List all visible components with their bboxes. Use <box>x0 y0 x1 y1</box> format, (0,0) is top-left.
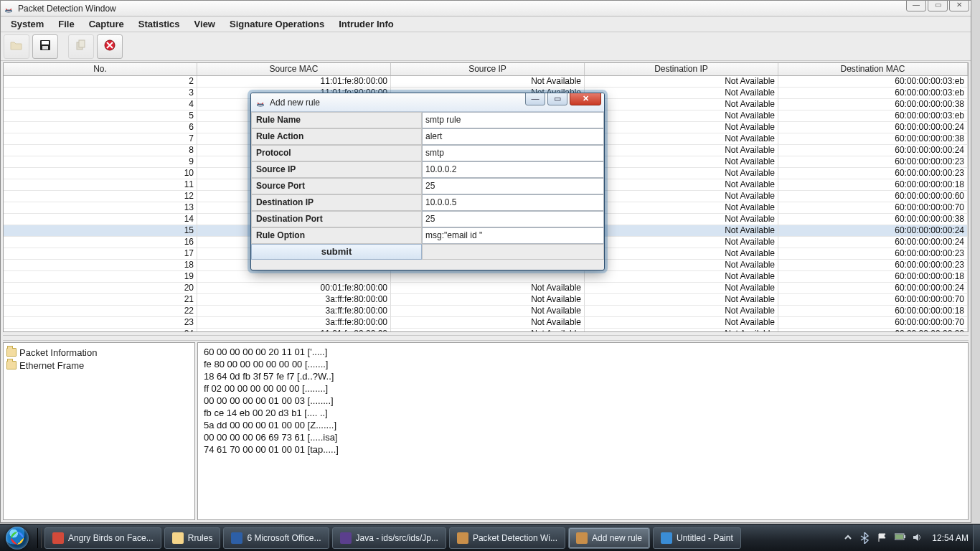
taskbar-item[interactable]: Packet Detection Wi... <box>449 527 565 549</box>
field-input[interactable]: 10.0.0.2 <box>422 161 604 178</box>
svg-rect-3 <box>42 46 48 50</box>
save-button[interactable] <box>32 34 58 59</box>
cell-no: 22 <box>4 306 197 317</box>
cell-dmac: 60:00:00:00:00:38 <box>778 99 968 110</box>
cell-dip: Not Available <box>585 88 778 99</box>
minimize-button[interactable]: — <box>906 0 926 11</box>
tray-show-hidden-icon[interactable] <box>843 532 854 544</box>
tree-label: Packet Information <box>19 347 97 358</box>
start-button[interactable] <box>0 524 34 552</box>
dialog-close-button[interactable]: ✕ <box>570 93 601 105</box>
table-row[interactable]: 213a:ff:fe:80:00:00Not AvailableNot Avai… <box>4 294 968 306</box>
svg-rect-5 <box>79 40 85 47</box>
tray-battery-icon[interactable] <box>895 532 906 544</box>
taskbar-item[interactable]: Java - ids/src/ids/Jp... <box>332 527 446 549</box>
table-header: No. Source MAC Source IP Destination IP … <box>4 63 968 76</box>
col-header-smac[interactable]: Source MAC <box>197 63 391 75</box>
taskbar-divider <box>37 528 42 548</box>
window-title: Packet Detection Window <box>18 4 116 14</box>
tree-pane: Packet Information Ethernet Frame <box>3 342 195 520</box>
cell-no: 14 <box>4 214 197 225</box>
cell-no: 5 <box>4 110 197 122</box>
table-row[interactable]: 223a:ff:fe:80:00:00Not AvailableNot Avai… <box>4 306 968 317</box>
tray-clock[interactable]: 12:54 AM <box>929 533 969 543</box>
dialog-minimize-button[interactable]: — <box>525 93 545 105</box>
intruder-alert-button[interactable] <box>97 34 123 59</box>
cell-dip: Not Available <box>585 122 778 133</box>
menu-capture[interactable]: Capture <box>83 17 130 31</box>
cell-sip: Not Available <box>391 283 585 294</box>
taskbar-app-icon <box>576 532 588 544</box>
menu-intruder-info[interactable]: Intruder Info <box>333 17 400 31</box>
open-button[interactable] <box>4 34 29 59</box>
horizontal-splitter[interactable] <box>3 335 969 341</box>
taskbar-item[interactable]: Rrules <box>164 527 221 549</box>
table-row[interactable]: 2000:01:fe:80:00:00Not AvailableNot Avai… <box>4 283 968 294</box>
col-header-dip[interactable]: Destination IP <box>585 63 778 75</box>
field-input[interactable]: 25 <box>422 178 604 194</box>
cell-dmac: 60:00:00:00:00:24 <box>778 283 968 294</box>
close-button[interactable]: ✕ <box>949 0 969 11</box>
menu-view[interactable]: View <box>189 17 221 31</box>
col-header-sip[interactable]: Source IP <box>391 63 585 75</box>
table-row[interactable]: 19Not Available60:00:00:00:00:18 <box>4 271 968 283</box>
cell-smac: 3a:ff:fe:80:00:00 <box>197 306 391 317</box>
cell-dmac: 60:00:00:00:00:70 <box>778 202 968 214</box>
submit-button[interactable]: submit <box>251 244 422 260</box>
cell-dmac: 60:00:00:00:00:24 <box>778 225 968 237</box>
field-label: Rule Option <box>251 227 422 244</box>
dialog-titlebar[interactable]: Add new rule — ▭ ✕ <box>251 93 604 112</box>
menubar: System File Capture Statistics View Sign… <box>1 17 971 32</box>
taskbar-item[interactable]: Untitled - Paint <box>653 527 741 549</box>
cell-sip: Not Available <box>391 306 585 317</box>
hex-dump-pane[interactable]: 60 00 00 00 00 20 11 01 ['.....] fe 80 0… <box>197 342 969 520</box>
field-input[interactable]: msg:"email id " <box>422 227 604 244</box>
field-input[interactable]: smtp <box>422 145 604 161</box>
intruder-alert-icon <box>103 39 116 55</box>
menu-file[interactable]: File <box>52 17 80 31</box>
copy-button[interactable] <box>68 34 94 59</box>
field-input[interactable]: smtp rule <box>422 112 604 128</box>
field-label: Source Port <box>251 178 422 194</box>
maximize-button[interactable]: ▭ <box>928 0 948 11</box>
add-rule-dialog: Add new rule — ▭ ✕ Rule Namesmtp ruleRul… <box>250 93 605 270</box>
show-desktop-button[interactable] <box>973 524 980 552</box>
cell-dip: Not Available <box>585 76 778 88</box>
menu-system[interactable]: System <box>5 17 50 31</box>
col-header-dmac[interactable]: Destination MAC <box>778 63 968 75</box>
field-label: Destination IP <box>251 194 422 211</box>
taskbar-item[interactable]: Add new rule <box>568 527 650 549</box>
dialog-maximize-button[interactable]: ▭ <box>547 93 567 105</box>
field-input[interactable]: 25 <box>422 211 604 227</box>
toolbar <box>1 32 971 61</box>
taskbar-app-icon <box>661 532 672 544</box>
table-row[interactable]: 233a:ff:fe:80:00:00Not AvailableNot Avai… <box>4 317 968 329</box>
menu-statistics[interactable]: Statistics <box>133 17 186 31</box>
tray-volume-icon[interactable] <box>912 532 923 544</box>
cell-dip: Not Available <box>585 214 778 225</box>
tree-node-ethernet[interactable]: Ethernet Frame <box>6 359 192 372</box>
tree-node-packet-info[interactable]: Packet Information <box>6 346 192 359</box>
cell-no: 23 <box>4 317 197 329</box>
cell-sip: Not Available <box>391 76 585 88</box>
system-tray: 12:54 AM <box>843 532 973 544</box>
field-label: Destination Port <box>251 211 422 227</box>
cell-dip: Not Available <box>585 271 778 283</box>
menu-signature-ops[interactable]: Signature Operations <box>224 17 330 31</box>
taskbar-item[interactable]: Angry Birds on Face... <box>44 527 161 549</box>
cell-dip: Not Available <box>585 145 778 156</box>
field-input[interactable]: alert <box>422 128 604 145</box>
col-header-no[interactable]: No. <box>4 63 197 75</box>
titlebar[interactable]: Packet Detection Window — ▭ ✕ <box>1 1 971 17</box>
table-row[interactable]: 211:01:fe:80:00:00Not AvailableNot Avail… <box>4 76 968 88</box>
tray-bluetooth-icon[interactable] <box>860 532 872 544</box>
cell-dmac: 60:00:00:00:00:24 <box>778 145 968 156</box>
taskbar-item[interactable]: 6 Microsoft Office... <box>223 527 329 549</box>
cell-dmac: 60:00:00:00:00:20 <box>778 329 968 332</box>
table-row[interactable]: 2411:01:fe:80:00:00Not AvailableNot Avai… <box>4 329 968 332</box>
cell-dmac: 60:00:00:00:00:24 <box>778 237 968 248</box>
field-input[interactable]: 10.0.0.5 <box>422 194 604 211</box>
svg-rect-9 <box>904 535 905 538</box>
tray-flag-icon[interactable] <box>877 532 889 544</box>
cell-sip: Not Available <box>391 317 585 329</box>
